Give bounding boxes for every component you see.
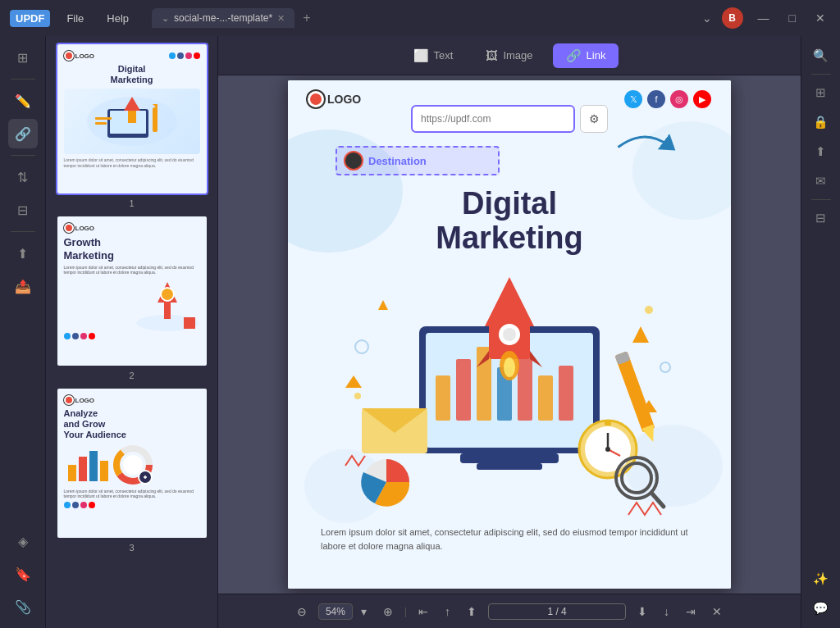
divider3: [11, 231, 35, 232]
link-tool-button[interactable]: 🔗 Link: [553, 43, 619, 68]
zoom-in-button[interactable]: ⊕: [378, 602, 398, 621]
divider: [11, 79, 35, 80]
viewer-wrapper: ⚙: [218, 75, 801, 594]
zoom-display: 54% ▾: [318, 602, 372, 621]
sidebar-icon-convert[interactable]: ⊟: [8, 195, 38, 225]
sidebar-icon-layers[interactable]: ◈: [8, 526, 38, 556]
search-icon[interactable]: 🔍: [808, 43, 834, 69]
upload-icon[interactable]: ⬆: [808, 139, 834, 165]
link-icon: 🔗: [566, 48, 582, 63]
svg-point-21: [123, 455, 143, 475]
svg-point-44: [504, 357, 515, 377]
image-tool-button[interactable]: 🖼 Image: [472, 43, 546, 67]
menu-file[interactable]: File: [60, 9, 90, 28]
svg-point-66: [355, 340, 368, 353]
page-logo: LOGO: [308, 91, 361, 107]
zoom-dropdown-button[interactable]: ▾: [356, 602, 372, 621]
prev-page-button[interactable]: ↑: [440, 602, 455, 621]
link-settings-button[interactable]: ⚙: [580, 105, 608, 133]
right-divider1: [811, 74, 831, 75]
main-area: ⊞ ✏️ 🔗 ⇅ ⊟ ⬆ 📤 ◈ 🔖 📎 LOGO: [0, 36, 840, 628]
prev-page-alt-button[interactable]: ⬆: [462, 602, 482, 621]
facebook-icon: f: [647, 90, 665, 108]
svg-point-67: [660, 362, 670, 372]
content-area: ⬜ Text 🖼 Image 🔗 Link ⚙: [218, 36, 801, 628]
thumb2-num: 2: [129, 371, 134, 380]
next-page-alt-button[interactable]: ⬇: [632, 602, 652, 621]
first-page-button[interactable]: ⇤: [413, 602, 433, 621]
ai-icon[interactable]: ✨: [808, 566, 834, 592]
thumbnail-page-3[interactable]: LOGO Analyzeand GrowYour Audience: [52, 387, 211, 553]
close-bar-button[interactable]: ✕: [707, 602, 727, 621]
page-body-text: Lorem ipsum dolor sit amet, consectetur …: [321, 526, 698, 553]
compress-icon[interactable]: ⊟: [808, 205, 834, 231]
svg-rect-4: [128, 111, 136, 123]
page-indicator-input[interactable]: [488, 603, 626, 620]
thumb2-logo: LOGO: [64, 223, 95, 233]
youtube-icon: ▶: [693, 90, 711, 108]
image-icon: 🖼: [486, 48, 498, 62]
titlebar-controls: ⌄ B — □ ✕: [702, 7, 830, 29]
thumbnail-page-2[interactable]: LOGO GrowthMarketing Lorem ipsum dolor s…: [52, 215, 211, 380]
text-icon: ⬜: [413, 48, 429, 63]
svg-rect-30: [436, 375, 450, 421]
social-icons: 𝕏 f ◎ ▶: [624, 90, 711, 108]
new-tab-button[interactable]: +: [298, 9, 315, 27]
maximize-button[interactable]: □: [784, 10, 801, 26]
svg-rect-54: [605, 421, 611, 425]
link-url-input[interactable]: [411, 105, 575, 133]
thumb1-num: 1: [129, 198, 134, 208]
twitter-icon: 𝕏: [624, 90, 642, 108]
titlebar: UPDF File Help ⌄ social-me-...-template*…: [0, 0, 840, 36]
sidebar-icon-bookmark[interactable]: 🔖: [8, 559, 38, 589]
zoom-value: 54%: [318, 603, 353, 620]
tab-close-icon[interactable]: ✕: [277, 13, 285, 24]
protect-icon[interactable]: 🔒: [808, 109, 834, 135]
svg-rect-16: [89, 451, 98, 481]
user-avatar[interactable]: B: [722, 7, 743, 29]
thumb2-text: Lorem ipsum dolor sit amet, consectetur …: [64, 265, 200, 275]
active-tab[interactable]: ⌄ social-me-...-template* ✕: [152, 8, 294, 28]
email-icon[interactable]: ✉: [808, 168, 834, 194]
page-main-title: Digital Marketing: [288, 187, 731, 256]
thumb1-logo: LOGO: [64, 51, 95, 61]
next-page-button[interactable]: ↓: [659, 602, 674, 621]
svg-marker-37: [485, 277, 534, 326]
svg-marker-63: [632, 326, 649, 343]
thumbnail-page-1[interactable]: LOGO DigitalMarketing: [52, 43, 211, 208]
svg-rect-15: [79, 457, 87, 481]
chat-icon[interactable]: 💬: [808, 595, 834, 621]
sidebar-icon-pages[interactable]: ⊞: [8, 43, 38, 72]
thumb3-text: Lorem ipsum dolor sit amet, consectetur …: [64, 489, 200, 498]
svg-rect-11: [164, 303, 171, 319]
thumb1-illustration: [64, 89, 200, 154]
left-sidebar: ⊞ ✏️ 🔗 ⇅ ⊟ ⬆ 📤 ◈ 🔖 📎: [0, 36, 46, 628]
logo-text: LOGO: [327, 93, 361, 106]
svg-rect-7: [153, 107, 158, 132]
toolbar: ⬜ Text 🖼 Image 🔗 Link: [218, 36, 801, 75]
close-button[interactable]: ✕: [810, 10, 830, 26]
destination-link-box[interactable]: Destination: [336, 146, 500, 175]
text-tool-button[interactable]: ⬜ Text: [400, 43, 467, 68]
svg-point-68: [645, 306, 653, 314]
ocr-icon[interactable]: ⊞: [808, 80, 834, 106]
dest-logo-circle: [344, 151, 363, 171]
sidebar-icon-edit[interactable]: ✏️: [8, 86, 38, 116]
sidebar-icon-extract[interactable]: ⬆: [8, 239, 38, 268]
svg-marker-65: [345, 375, 362, 388]
right-divider2: [811, 199, 831, 200]
menu-help[interactable]: Help: [100, 9, 135, 28]
thumb3-logo: LOGO: [64, 395, 95, 405]
logo-circle: [308, 91, 324, 107]
sidebar-icon-organize[interactable]: ⇅: [8, 162, 38, 192]
minimize-button[interactable]: —: [753, 10, 774, 26]
dropdown-icon[interactable]: ⌄: [702, 11, 712, 25]
sidebar-icon-share[interactable]: 📤: [8, 271, 38, 301]
svg-point-40: [503, 328, 516, 341]
sidebar-icon-paperclip[interactable]: 📎: [8, 592, 38, 621]
zoom-out-button[interactable]: ⊖: [292, 602, 312, 621]
bottom-navigation: ⊖ 54% ▾ ⊕ | ⇤ ↑ ⬆ ⬇ ↓ ⇥ ✕: [218, 594, 801, 628]
last-page-button[interactable]: ⇥: [681, 602, 701, 621]
sidebar-icon-link[interactable]: 🔗: [8, 119, 38, 148]
svg-point-69: [354, 393, 361, 399]
